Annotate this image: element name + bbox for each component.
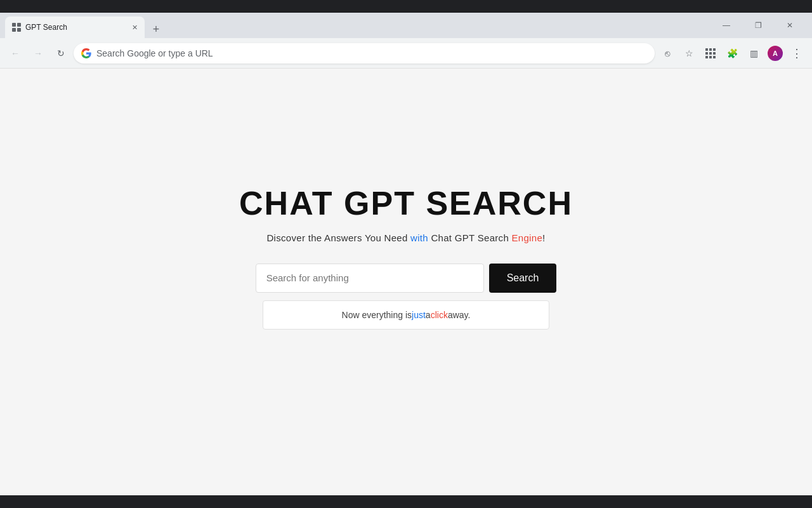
svg-rect-4: [705, 48, 708, 51]
nav-right-buttons: ⎋ ☆ 🧩: [657, 43, 807, 64]
minimize-button[interactable]: —: [712, 15, 741, 36]
info-text-middle: a: [426, 310, 431, 320]
maximize-button[interactable]: ❐: [743, 15, 773, 36]
tab-favicon-icon: [11, 22, 22, 32]
top-bar: [0, 0, 812, 13]
new-tab-button[interactable]: +: [147, 20, 165, 38]
back-icon: ←: [11, 48, 20, 58]
subtitle-text-after: !: [542, 232, 545, 243]
more-icon: ⋮: [791, 46, 802, 60]
close-button[interactable]: ✕: [775, 15, 804, 36]
puzzle-icon: 🧩: [727, 48, 738, 58]
svg-rect-10: [705, 56, 708, 58]
tab-title: GPT Search: [25, 23, 126, 32]
more-options-button[interactable]: ⋮: [787, 43, 807, 64]
window-controls: — ❐ ✕: [712, 15, 807, 38]
svg-rect-5: [709, 48, 712, 51]
tab-close-button[interactable]: ✕: [129, 22, 140, 32]
page-subtitle: Discover the Answers You Need with Chat …: [266, 232, 545, 243]
reload-icon: ↻: [57, 48, 65, 58]
navigation-bar: ← → ↻ Search Google or type a URL ⎋ ☆: [0, 38, 812, 69]
grid-apps-icon: [705, 48, 716, 58]
subtitle-text-before: Discover the Answers You Need: [266, 232, 410, 243]
address-bar[interactable]: Search Google or type a URL: [74, 43, 655, 64]
profile-button[interactable]: A: [765, 43, 785, 64]
page-content: CHAT GPT SEARCH Discover the Answers You…: [0, 69, 812, 495]
share-button[interactable]: ⎋: [657, 43, 678, 64]
star-icon: ☆: [685, 48, 693, 58]
svg-rect-7: [705, 52, 708, 55]
info-click-highlight: click: [431, 310, 448, 320]
svg-rect-9: [713, 52, 716, 55]
bookmark-button[interactable]: ☆: [679, 43, 699, 64]
close-icon: ✕: [787, 21, 793, 30]
subtitle-with-highlight: with: [410, 232, 428, 243]
search-input[interactable]: [256, 264, 484, 293]
browser-frame: GPT Search ✕ + — ❐ ✕ ← → ↻: [0, 13, 812, 495]
back-button[interactable]: ←: [5, 43, 25, 64]
info-box: Now everything is just a click away.: [263, 300, 549, 330]
info-just-highlight: just: [412, 310, 426, 320]
tab-bar: GPT Search ✕ + — ❐ ✕: [0, 13, 812, 38]
search-container: Search: [256, 264, 557, 293]
svg-rect-2: [12, 28, 16, 32]
subtitle-engine-highlight: Engine: [512, 232, 543, 243]
reload-button[interactable]: ↻: [51, 43, 71, 64]
svg-rect-1: [17, 23, 21, 27]
info-text-after: away.: [448, 310, 471, 320]
search-button[interactable]: Search: [489, 264, 557, 293]
bottom-bar: [0, 495, 812, 508]
svg-rect-6: [713, 48, 716, 51]
svg-rect-11: [709, 56, 712, 58]
google-icon: [81, 48, 91, 58]
extensions-grid-button[interactable]: [700, 43, 721, 64]
svg-rect-3: [17, 28, 21, 32]
svg-rect-8: [709, 52, 712, 55]
new-tab-icon: +: [153, 23, 160, 36]
info-text-before: Now everything is: [342, 310, 412, 320]
extension-puzzle-button[interactable]: 🧩: [722, 43, 742, 64]
maximize-icon: ❐: [755, 21, 762, 30]
share-icon: ⎋: [665, 48, 670, 58]
forward-button[interactable]: →: [28, 43, 48, 64]
svg-rect-12: [713, 56, 716, 58]
sidebar-toggle-button[interactable]: ▥: [743, 43, 764, 64]
active-tab[interactable]: GPT Search ✕: [5, 17, 145, 38]
forward-icon: →: [34, 48, 43, 58]
address-bar-text: Search Google or type a URL: [96, 48, 647, 58]
sidebar-icon: ▥: [750, 48, 758, 58]
profile-avatar: A: [768, 46, 783, 61]
minimize-icon: —: [723, 21, 730, 30]
page-title: CHAT GPT SEARCH: [239, 184, 573, 222]
svg-rect-0: [12, 23, 16, 27]
subtitle-text-between: Chat GPT Search: [428, 232, 512, 243]
